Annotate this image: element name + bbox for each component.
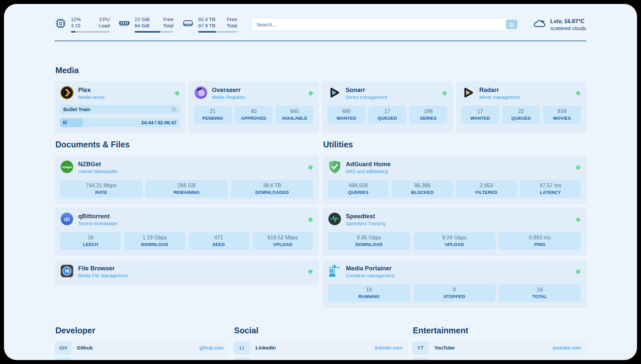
- stat-queued: 22 QUEUED: [502, 106, 540, 124]
- stat-queries: 498,508 QUERIES: [328, 180, 389, 198]
- status-dot: [576, 165, 580, 169]
- link-abbr-badge: NF: [412, 358, 429, 360]
- app-title: Plex: [78, 86, 105, 94]
- disk-label-2: Total: [227, 23, 237, 29]
- cpu-label-2: Load: [99, 23, 110, 29]
- weather-condition: scattered clouds: [550, 25, 586, 31]
- app-subtitle: Media server: [78, 95, 105, 100]
- search-input[interactable]: [251, 18, 519, 31]
- app-title: Speedtest: [346, 213, 385, 220]
- ram-progress-track: [135, 31, 173, 33]
- cpu-label-1: CPU: [99, 16, 110, 23]
- card-overseerr[interactable]: Overseerr Media Requests 21 PENDING 40 A…: [189, 81, 319, 133]
- card-qbittorrent[interactable]: qb qBittorrent Torrent downloader 16 LEE…: [55, 207, 319, 255]
- svg-text:nzbget: nzbget: [62, 165, 72, 168]
- radarr-icon: [461, 86, 475, 101]
- link-stackoverflow[interactable]: SO StackOverflow stackoverflow.com: [55, 358, 229, 360]
- disk-free-value: 52.4 TB: [198, 16, 215, 23]
- stat-available: 945 AVAILABLE: [276, 106, 314, 124]
- weather-widget: Lviv, 16.87°C scattered clouds: [533, 17, 586, 32]
- app-title: Media Portainer: [346, 265, 394, 272]
- search-engine-button[interactable]: G: [506, 19, 518, 29]
- app-subtitle: Media File Management: [78, 273, 128, 278]
- stat-wanted: 17 WANTED: [461, 106, 499, 124]
- disk-progress-track: [198, 31, 237, 33]
- adguard-shield-icon: [328, 160, 342, 175]
- card-nzbget[interactable]: nzbget NZBGet Usenet downloader 744.21 M…: [55, 155, 319, 203]
- stat-remaining: 266 GB REMAINING: [145, 180, 228, 198]
- link-youtube[interactable]: YT YouTube youtube.com: [412, 341, 586, 354]
- stat-series: 196 SERIES: [409, 106, 447, 124]
- card-sonarr[interactable]: Sonarr Series management 485 WANTED 17 Q…: [322, 81, 453, 133]
- playback-time: 24:44 / 02:06:47: [141, 120, 176, 125]
- stat-queued: 17 QUEUED: [368, 106, 406, 124]
- status-dot: [576, 269, 580, 274]
- speedtest-pulse-icon: [328, 212, 342, 227]
- header-divider: [55, 41, 586, 41]
- card-speedtest[interactable]: Speedtest Speedtest Tracking 9.65 Gbps D…: [322, 207, 586, 255]
- app-title: Radarr: [479, 86, 520, 94]
- cloud-icon: [533, 17, 546, 32]
- stat-approved: 40 APPROVED: [235, 106, 273, 124]
- link-netflix[interactable]: NF Netflix netflix.com: [412, 358, 586, 360]
- session-camera-icon[interactable]: [171, 106, 177, 112]
- link-twitter[interactable]: TW Twitter twitter.com: [233, 358, 408, 360]
- card-adguard[interactable]: AdGuard Home DNS and adblocking 498,508 …: [322, 155, 586, 203]
- stat-upload: 9.24 Gbps UPLOAD: [413, 232, 496, 250]
- stat-latency: 47.57 ms LATENCY: [520, 180, 581, 198]
- now-playing-title: Bullet Train: [63, 106, 90, 112]
- cpu-widget: 12% 3.15 CPU Load: [55, 16, 110, 33]
- link-github[interactable]: GH Github github.com: [55, 341, 229, 354]
- stat-leech: 16 LEECH: [60, 232, 121, 250]
- stat-stopped: 0 STOPPED: [413, 284, 496, 302]
- link-abbr-badge: YT: [412, 341, 429, 354]
- link-abbr-badge: LI: [233, 341, 250, 354]
- stat-downloaded: 39.6 TB DOWNLOADED: [231, 180, 313, 198]
- cpu-progress-fill: [71, 31, 76, 33]
- disk-icon: [182, 17, 194, 31]
- now-playing-row: Bullet Train: [60, 105, 180, 114]
- disk-widget: 52.4 TB 97.9 TB Free Total: [182, 16, 237, 33]
- ram-free-value: 22 GiB: [135, 16, 150, 23]
- cpu-percent: 12%: [71, 16, 81, 23]
- disk-label-1: Free: [227, 16, 237, 23]
- link-abbr-badge: TW: [233, 358, 250, 360]
- stat-total: 16 TOTAL: [499, 284, 581, 302]
- app-subtitle: Media Requests: [212, 95, 245, 100]
- app-subtitle: Series management: [346, 95, 387, 100]
- utilities-section-title: Utilities: [323, 140, 586, 149]
- status-dot: [309, 91, 313, 95]
- plex-icon: [60, 86, 74, 101]
- app-subtitle: Speedtest Tracking: [346, 221, 385, 226]
- stat-upload: 618.52 Mbps UPLOAD: [252, 232, 313, 250]
- portainer-crane-icon: [328, 264, 342, 279]
- app-subtitle: Torrent downloader: [78, 221, 118, 226]
- social-section-title: Social: [234, 326, 408, 335]
- weather-location-temp: Lviv, 16.87°C: [550, 18, 586, 25]
- nzbget-icon: nzbget: [60, 160, 74, 175]
- status-dot: [576, 91, 580, 95]
- status-dot: [308, 269, 313, 274]
- app-title: qBittorrent: [78, 213, 118, 220]
- link-linkedin[interactable]: LI LinkedIn linkedin.com: [233, 341, 408, 354]
- card-portainer[interactable]: Media Portainer Container management 16 …: [322, 259, 586, 307]
- status-dot: [175, 91, 179, 95]
- stat-blocked: 86,396 BLOCKED: [392, 180, 453, 198]
- stat-running: 16 RUNNING: [328, 284, 410, 302]
- cpu-progress-track: [71, 31, 110, 33]
- app-subtitle: Container management: [346, 273, 394, 278]
- stat-filtered: 2,953 FILTERED: [456, 180, 517, 198]
- ram-label-1: Free: [163, 16, 173, 23]
- sonarr-icon: [327, 86, 341, 101]
- card-plex[interactable]: Plex Media server Bullet Train: [55, 81, 185, 133]
- card-radarr[interactable]: Radarr Movie management 17 WANTED 22 QUE…: [456, 81, 587, 133]
- entertainment-section-title: Entertainment: [413, 326, 586, 335]
- dashboard-page: 12% 3.15 CPU Load: [4, 4, 637, 360]
- developer-section-title: Developer: [55, 326, 229, 335]
- app-title: Sonarr: [346, 86, 387, 94]
- status-dot: [308, 217, 313, 222]
- app-subtitle: Usenet downloader: [78, 169, 118, 174]
- documents-section-title: Documents & Files: [55, 140, 319, 149]
- card-filebrowser[interactable]: File Browser Media File Management: [55, 259, 319, 285]
- disk-progress-fill: [198, 31, 216, 33]
